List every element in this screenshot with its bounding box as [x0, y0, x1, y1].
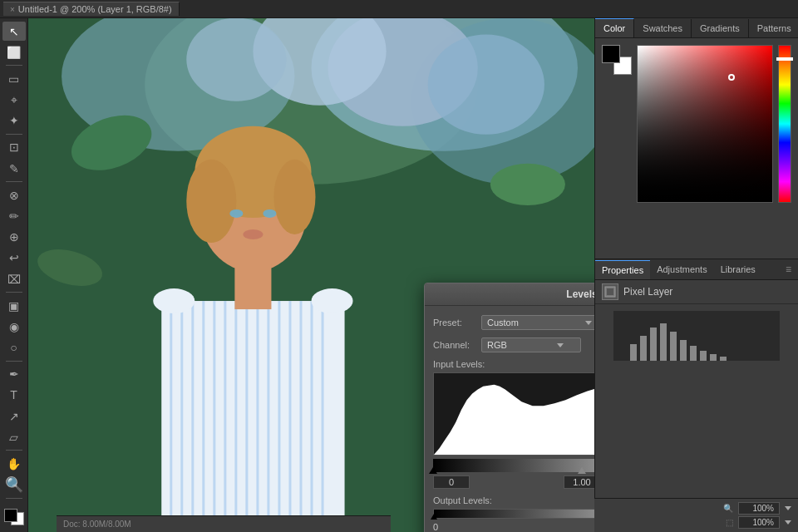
svg-rect-17	[170, 301, 172, 532]
channel-row: Channel: RGB	[433, 337, 594, 352]
tab-gradients[interactable]: Gradients	[692, 19, 749, 37]
svg-point-14	[186, 160, 236, 243]
select-tool[interactable]: ▭	[2, 69, 26, 88]
svg-rect-42	[630, 344, 637, 361]
color-picker-area	[595, 38, 798, 209]
output-levels-values: 0 255	[433, 522, 594, 532]
path-select-tool[interactable]: ↗	[2, 406, 26, 426]
tool-divider-7	[6, 498, 22, 499]
svg-rect-51	[720, 357, 727, 361]
hand-tool[interactable]: ✋	[2, 454, 26, 473]
foreground-swatch[interactable]	[602, 45, 620, 63]
properties-histogram-area	[595, 304, 798, 370]
type-tool[interactable]: T	[2, 386, 26, 405]
hue-slider[interactable]	[778, 45, 791, 203]
tab-adjustments[interactable]: Adjustments	[650, 260, 714, 278]
pixel-layer-label: Pixel Layer	[623, 286, 672, 298]
histogram-svg	[434, 373, 594, 455]
levels-dialog: Levels OK Cancel Auto Options... 🖊 🖊 🖊 P…	[424, 283, 594, 532]
layer-value-input[interactable]: 100%	[738, 516, 780, 529]
black-point-slider[interactable]	[429, 467, 437, 474]
input-levels-label: Input Levels:	[433, 359, 594, 369]
zoom-value-input[interactable]: 100%	[738, 502, 780, 515]
layer-dropdown-icon[interactable]	[785, 520, 791, 525]
gradient-tool[interactable]: ▣	[2, 296, 26, 315]
eyedropper-tool[interactable]: ✎	[2, 159, 26, 178]
dodge-tool[interactable]: ○	[2, 337, 26, 357]
svg-rect-29	[299, 301, 302, 532]
lasso-tool[interactable]: ⌖	[2, 91, 26, 110]
right-panel: Color Swatches Gradients Patterns ≡	[594, 18, 798, 532]
pen-tool[interactable]: ✒	[2, 365, 26, 384]
channel-select[interactable]: RGB	[481, 337, 581, 352]
tab-patterns[interactable]: Patterns	[749, 19, 798, 37]
fg-bg-swatches	[602, 45, 632, 75]
color-swatch-area	[602, 45, 632, 203]
zoom-row-1: 🔍 100%	[601, 502, 791, 515]
magic-wand-tool[interactable]: ✦	[2, 111, 26, 131]
svg-point-33	[153, 288, 195, 313]
channel-dropdown-arrow	[557, 343, 564, 347]
fg-color-swatch[interactable]	[4, 509, 17, 522]
channel-label: Channel:	[433, 340, 476, 350]
artboard-tool[interactable]: ⬜	[2, 42, 26, 62]
svg-rect-50	[710, 354, 717, 361]
midpoint-slider[interactable]	[578, 467, 586, 474]
svg-rect-28	[288, 301, 291, 532]
left-toolbar: ↖ ⬜ ▭ ⌖ ✦ ⊡ ✎ ⊗ ✏ ⊕ ↩ ⌧ ▣ ◉ ○ ✒ T ↗ ▱ ✋ …	[0, 18, 28, 532]
zoom-dropdown-icon[interactable]	[785, 506, 791, 510]
tool-divider-5	[6, 361, 22, 362]
svg-point-36	[263, 209, 276, 218]
move-tool[interactable]: ↖	[2, 22, 26, 41]
tab-color[interactable]: Color	[595, 18, 634, 37]
pixel-layer-row: Pixel Layer	[595, 280, 798, 304]
brush-tool[interactable]: ✏	[2, 206, 26, 225]
top-bar: × Untitled-1 @ 200% (Layer 1, RGB/8#)	[0, 0, 798, 18]
svg-point-8	[186, 18, 286, 101]
svg-rect-18	[180, 301, 183, 532]
svg-rect-31	[322, 301, 324, 532]
tool-divider-1	[6, 65, 22, 66]
input-levels-values	[433, 475, 594, 489]
tab-close-icon[interactable]: ×	[10, 5, 15, 14]
svg-rect-40	[607, 288, 613, 295]
histogram	[433, 372, 594, 456]
svg-rect-24	[245, 301, 248, 532]
output-levels-bar[interactable]	[433, 509, 594, 519]
tab-swatches[interactable]: Swatches	[634, 19, 692, 37]
props-panel-menu[interactable]: ≡	[779, 259, 798, 279]
crop-tool[interactable]: ⊡	[2, 138, 26, 157]
svg-rect-30	[310, 301, 313, 532]
properties-panel: Properties Adjustments Libraries ≡ Pixel…	[595, 259, 798, 532]
color-panel: Color Swatches Gradients Patterns ≡	[595, 18, 798, 259]
pixel-layer-icon	[602, 283, 618, 300]
svg-rect-46	[670, 332, 677, 361]
svg-rect-19	[191, 301, 194, 532]
status-bar: Doc: 8.00M/8.00M	[57, 515, 391, 532]
tab-properties[interactable]: Properties	[595, 260, 650, 279]
right-panel-bottom: 🔍 100% ⬚ 100%	[595, 498, 798, 532]
svg-rect-43	[640, 336, 647, 361]
shape-tool[interactable]: ▱	[2, 427, 26, 446]
tab-libraries[interactable]: Libraries	[714, 260, 762, 278]
output-black-slider[interactable]	[431, 514, 437, 520]
black-input[interactable]	[433, 475, 470, 489]
history-brush-tool[interactable]: ↩	[2, 249, 26, 268]
preset-select[interactable]: Custom	[481, 315, 594, 330]
mid-input[interactable]	[564, 475, 594, 489]
eraser-tool[interactable]: ⌧	[2, 269, 26, 288]
document-tab[interactable]: × Untitled-1 @ 200% (Layer 1, RGB/8#)	[3, 2, 180, 16]
color-gradient-picker[interactable]	[637, 45, 773, 203]
tool-divider-2	[6, 134, 22, 135]
svg-rect-21	[213, 301, 215, 532]
input-levels-slider[interactable]	[433, 459, 594, 472]
dialog-body: Preset: Custom ⚙ Channel: RGB I	[425, 306, 594, 532]
preset-row: Preset: Custom ⚙	[433, 314, 594, 331]
spot-heal-tool[interactable]: ⊗	[2, 185, 26, 204]
clone-stamp-tool[interactable]: ⊕	[2, 228, 26, 247]
zoom-tool[interactable]: 🔍	[2, 475, 26, 494]
blur-tool[interactable]: ◉	[2, 317, 26, 336]
svg-rect-45	[660, 323, 667, 361]
hue-cursor	[776, 57, 793, 61]
svg-rect-16	[161, 301, 344, 532]
